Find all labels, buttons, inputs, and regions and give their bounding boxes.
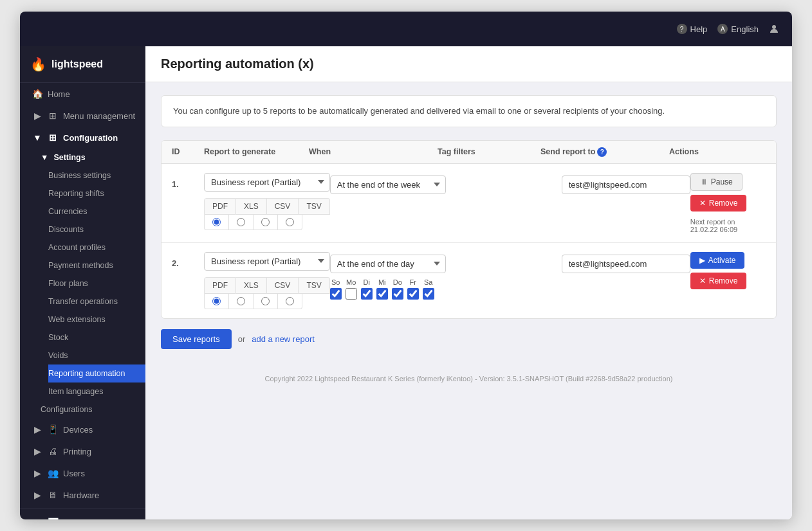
sidebar-item-web-extensions[interactable]: Web extensions bbox=[48, 310, 145, 328]
send-report-help-icon[interactable]: ? bbox=[597, 147, 607, 157]
sidebar-item-payment-methods[interactable]: Payment methods bbox=[48, 256, 145, 274]
language-label: English bbox=[731, 24, 759, 34]
row-1-email-input[interactable] bbox=[562, 176, 690, 194]
radio-tsv-1[interactable] bbox=[277, 215, 302, 230]
page-title: Reporting automation (x) bbox=[161, 57, 777, 71]
config-icon: ⊞ bbox=[48, 132, 58, 143]
sidebar-item-home[interactable]: 🏠 Home bbox=[20, 83, 145, 105]
row-2-id: 2. bbox=[172, 252, 204, 268]
sidebar-settings-header[interactable]: ▼ Settings bbox=[41, 148, 145, 166]
settings-sub-items: Business settings Reporting shifts Curre… bbox=[41, 166, 145, 401]
devices-icon: 📱 bbox=[48, 424, 58, 435]
app-window: ? Help A English 🔥 lightspeed 🏠 Home ▶ ⊞ bbox=[20, 12, 792, 519]
sidebar-item-item-languages[interactable]: Item languages bbox=[48, 382, 145, 401]
menu-management-label: Menu management bbox=[63, 111, 135, 121]
row-1-format-section: PDF XLS CSV TSV bbox=[204, 198, 330, 230]
configurations-label: Configurations bbox=[41, 405, 93, 414]
checkbox-mi[interactable] bbox=[376, 288, 388, 300]
copyright: Copyright 2022 Lightspeed Restaurant K S… bbox=[161, 375, 777, 382]
radio-csv-2[interactable] bbox=[253, 294, 277, 309]
row-1-report-select[interactable]: Business report (Partial) bbox=[204, 173, 330, 192]
web-extensions-label: Web extensions bbox=[48, 315, 106, 324]
radio-pdf-1[interactable] bbox=[204, 215, 228, 230]
day-so: So bbox=[330, 278, 342, 300]
format-tsv-2: TSV bbox=[299, 277, 329, 294]
sidebar-item-discounts[interactable]: Discounts bbox=[48, 221, 145, 239]
language-button[interactable]: A English bbox=[717, 24, 759, 34]
radio-tsv-input-1[interactable] bbox=[286, 218, 294, 226]
settings-label: Settings bbox=[53, 153, 85, 162]
sidebar-item-configuration[interactable]: ▼ ⊞ Configuration bbox=[20, 127, 145, 148]
row-2-report-select[interactable]: Business report (Partial) bbox=[204, 252, 330, 271]
currencies-label: Currencies bbox=[48, 207, 87, 216]
help-button[interactable]: ? Help bbox=[677, 24, 708, 34]
radio-pdf-2[interactable] bbox=[204, 294, 228, 309]
radio-csv-input-1[interactable] bbox=[261, 218, 270, 226]
row-1-report-select-wrapper: Business report (Partial) PDF XLS CSV TS… bbox=[204, 173, 330, 230]
devices-label: Devices bbox=[63, 425, 93, 435]
sidebar-item-voids[interactable]: Voids bbox=[48, 346, 145, 364]
checkbox-fr[interactable] bbox=[407, 288, 419, 300]
sidebar-item-currencies[interactable]: Currencies bbox=[48, 203, 145, 221]
stock-settings-label: Stock bbox=[48, 333, 68, 342]
checkbox-di[interactable] bbox=[361, 288, 373, 300]
row-1-remove-button[interactable]: ✕ Remove bbox=[690, 195, 747, 212]
add-new-report-link[interactable]: add a new report bbox=[252, 334, 315, 344]
sidebar-item-floor-plans[interactable]: Floor plans bbox=[48, 274, 145, 292]
content-area: Reporting automation (x) You can configu… bbox=[145, 46, 792, 519]
save-button[interactable]: Save reports bbox=[161, 329, 232, 349]
radio-csv-1[interactable] bbox=[253, 215, 277, 230]
row-grid-2: 2. Business report (Partial) PDF XLS bbox=[172, 252, 766, 309]
sidebar-item-reports[interactable]: ▶ 📊 Reports bbox=[20, 512, 145, 519]
checkbox-mo[interactable] bbox=[346, 288, 357, 300]
floor-plans-label: Floor plans bbox=[48, 279, 88, 288]
sidebar-item-account-profiles[interactable]: Account profiles bbox=[48, 239, 145, 256]
radio-tsv-input-2[interactable] bbox=[286, 297, 294, 305]
radio-tsv-2[interactable] bbox=[277, 294, 302, 309]
content-body: You can configure up to 5 reports to be … bbox=[145, 82, 792, 395]
row-2-when-select[interactable]: At the end of the day bbox=[330, 255, 446, 273]
sidebar-item-reporting-shifts[interactable]: Reporting shifts bbox=[48, 184, 145, 203]
footer-actions: Save reports or add a new report bbox=[161, 329, 777, 349]
checkbox-do[interactable] bbox=[392, 288, 403, 300]
sidebar-item-devices[interactable]: ▶ 📱 Devices bbox=[20, 419, 145, 440]
radio-pdf-input-2[interactable] bbox=[212, 297, 221, 305]
row-2-radio-row bbox=[204, 294, 330, 309]
language-icon: A bbox=[717, 24, 728, 34]
radio-xls-input-2[interactable] bbox=[237, 297, 245, 305]
report-row-1: 1. Business report (Partial) PDF XLS bbox=[161, 164, 776, 243]
sidebar-item-printing[interactable]: ▶ 🖨 Printing bbox=[20, 440, 145, 462]
sidebar-item-business-settings[interactable]: Business settings bbox=[48, 166, 145, 184]
content-header: Reporting automation (x) bbox=[145, 46, 792, 82]
row-2-email-input[interactable] bbox=[562, 255, 690, 273]
radio-pdf-input-1[interactable] bbox=[212, 218, 221, 226]
day-sa: Sa bbox=[423, 278, 434, 300]
sidebar-item-stock[interactable]: Stock bbox=[48, 328, 145, 346]
sidebar-item-reporting-automation[interactable]: Reporting automation bbox=[48, 364, 145, 382]
info-text: You can configure up to 5 reports to be … bbox=[173, 106, 665, 116]
user-button[interactable] bbox=[769, 24, 779, 34]
radio-csv-input-2[interactable] bbox=[261, 297, 270, 305]
sidebar-item-configurations[interactable]: Configurations bbox=[41, 401, 145, 419]
radio-xls-2[interactable] bbox=[228, 294, 253, 309]
checkbox-sa[interactable] bbox=[423, 288, 434, 300]
help-icon: ? bbox=[677, 24, 687, 34]
sidebar-item-menu-management[interactable]: ▶ ⊞ Menu management bbox=[20, 105, 145, 127]
arrow-down-icon: ▼ bbox=[32, 132, 42, 143]
radio-xls-1[interactable] bbox=[228, 215, 253, 230]
format-csv-2: CSV bbox=[267, 277, 299, 294]
radio-xls-input-1[interactable] bbox=[237, 218, 245, 226]
header-actions: Actions bbox=[669, 147, 766, 157]
payment-methods-label: Payment methods bbox=[48, 261, 113, 270]
sidebar-item-hardware[interactable]: ▶ 🖥 Hardware bbox=[20, 484, 145, 506]
checkbox-so[interactable] bbox=[330, 288, 342, 300]
row-2-activate-button[interactable]: ▶ Activate bbox=[690, 252, 745, 269]
remove-icon-2: ✕ bbox=[699, 276, 706, 285]
sidebar-item-transfer-operations[interactable]: Transfer operations bbox=[48, 292, 145, 310]
row-1-when-select[interactable]: At the end of the week bbox=[330, 176, 446, 194]
sidebar-item-users[interactable]: ▶ 👥 Users bbox=[20, 462, 145, 484]
row-2-remove-button[interactable]: ✕ Remove bbox=[690, 273, 747, 289]
divider bbox=[20, 509, 145, 509]
item-languages-label: Item languages bbox=[48, 387, 103, 396]
row-1-pause-button[interactable]: ⏸ Pause bbox=[690, 173, 743, 191]
